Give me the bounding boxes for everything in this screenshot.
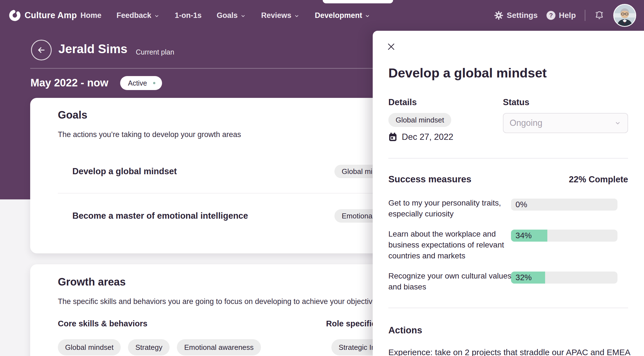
help-button[interactable]: ? Help <box>546 11 576 20</box>
plan-status-label: Active <box>128 79 147 87</box>
plan-status-badge[interactable]: Active <box>120 76 162 90</box>
page-title: Jerald Sims <box>58 42 127 56</box>
success-measures-header: Success measures 22% Complete <box>388 174 628 185</box>
app-root: Culture Amp HomeFeedback1-on-1sGoalsRevi… <box>0 0 644 356</box>
due-date-row: Dec 27, 2022 <box>388 132 453 142</box>
settings-label: Settings <box>507 11 538 20</box>
brand-logo[interactable]: Culture Amp <box>9 0 77 31</box>
top-nav: Culture Amp HomeFeedback1-on-1sGoalsRevi… <box>0 0 644 31</box>
nav-item-label: Feedback <box>117 11 151 20</box>
drawer-close-button[interactable] <box>386 42 396 51</box>
growth-card-title: Growth areas <box>58 276 126 288</box>
status-select[interactable]: Ongoing <box>503 113 628 133</box>
goals-card-description: The actions you’re taking to develop you… <box>58 130 241 139</box>
goal-row-become-a-master-of-emotional-intelligence[interactable]: Become a master of emotional intelligenc… <box>72 209 400 223</box>
nav-item-label: Development <box>315 11 362 20</box>
close-icon <box>386 42 396 51</box>
goal-detail-drawer: Develop a global mindset Details Status … <box>373 31 644 356</box>
progress-bar: 34% <box>511 230 617 242</box>
growth-tag-emotional-awareness[interactable]: Emotional awareness <box>177 339 261 355</box>
nav-item-1-on-1s[interactable]: 1-on-1s <box>175 11 202 20</box>
progress-percent-label: 32% <box>515 272 532 284</box>
goal-title: Become a master of emotional intelligenc… <box>72 211 248 221</box>
growth-areas-card: Growth areas The specific skills and beh… <box>30 264 400 356</box>
help-label: Help <box>559 11 576 20</box>
nav-item-home[interactable]: Home <box>80 11 101 20</box>
goals-card-title: Goals <box>58 109 87 121</box>
nav-item-development[interactable]: Development <box>315 11 371 20</box>
nav-item-label: Home <box>80 11 101 20</box>
progress-bar: 0% <box>511 199 617 211</box>
nav-divider <box>585 10 585 21</box>
goal-row-divider <box>58 193 400 194</box>
status-dot-icon <box>153 82 155 84</box>
nav-item-goals[interactable]: Goals <box>217 11 246 20</box>
nav-item-label: Reviews <box>261 11 291 20</box>
chevron-down-icon <box>240 13 246 19</box>
drawer-divider <box>388 308 628 308</box>
status-heading: Status <box>503 97 529 107</box>
nav-item-label: Goals <box>217 11 238 20</box>
chevron-down-icon <box>154 13 160 19</box>
user-avatar[interactable] <box>613 4 636 27</box>
goals-card: Goals The actions you’re taking to devel… <box>30 98 400 253</box>
core-skills-heading: Core skills & behaviors <box>58 319 148 328</box>
back-button[interactable] <box>31 40 52 60</box>
due-date: Dec 27, 2022 <box>402 132 453 142</box>
details-heading: Details <box>388 97 417 107</box>
action-text: Experience: take on 2 projects that stra… <box>388 346 634 356</box>
arrow-left-icon <box>37 45 46 55</box>
overall-complete-label: 22% Complete <box>569 175 628 185</box>
settings-button[interactable]: Settings <box>494 11 538 20</box>
gear-icon <box>494 11 503 20</box>
progress-bar: 32% <box>511 272 617 284</box>
brand-name: Culture Amp <box>25 10 77 20</box>
nav-right-cluster: Settings ? Help <box>494 0 636 31</box>
progress-percent-label: 0% <box>515 199 527 211</box>
nav-item-label: 1-on-1s <box>175 11 202 20</box>
nav-item-feedback[interactable]: Feedback <box>117 11 160 20</box>
drawer-divider <box>388 158 628 159</box>
chevron-down-icon <box>614 119 621 127</box>
help-icon: ? <box>546 11 555 20</box>
calendar-icon <box>388 132 397 142</box>
chevron-down-icon <box>294 13 300 19</box>
measure-label: Get to my your personality traits, espec… <box>388 197 513 219</box>
drawer-title: Develop a global mindset <box>388 65 547 81</box>
nav-item-reviews[interactable]: Reviews <box>261 11 300 20</box>
growth-tag-global-mindset[interactable]: Global mindset <box>58 339 121 355</box>
measure-label: Recognize your own cultural values and b… <box>388 270 513 292</box>
progress-percent-label: 34% <box>515 230 532 242</box>
goal-category-tag: Global mindset <box>388 113 451 127</box>
actions-heading: Actions <box>388 325 422 336</box>
plan-label: Current plan <box>136 48 174 56</box>
goal-row-develop-a-global-mindset[interactable]: Develop a global mindsetGlobal mindset <box>72 165 400 178</box>
culture-amp-logo-icon <box>9 10 21 21</box>
nav-items: HomeFeedback1-on-1sGoalsReviewsDevelopme… <box>80 0 370 31</box>
goal-title: Develop a global mindset <box>72 166 177 176</box>
success-measures-heading: Success measures <box>388 174 471 185</box>
plan-period: May 2022 - now <box>30 77 108 89</box>
chevron-down-icon <box>364 13 370 19</box>
notifications-bell-icon[interactable] <box>594 10 604 20</box>
growth-tag-strategy[interactable]: Strategy <box>128 339 170 355</box>
measure-label: Learn about the workplace and business e… <box>388 228 513 261</box>
core-skills-tags: Global mindsetStrategyEmotional awarenes… <box>58 339 261 355</box>
growth-card-description: The specific skills and behaviors you ar… <box>58 297 380 306</box>
status-select-value: Ongoing <box>510 118 542 128</box>
role-specific-heading: Role specific <box>326 319 376 328</box>
